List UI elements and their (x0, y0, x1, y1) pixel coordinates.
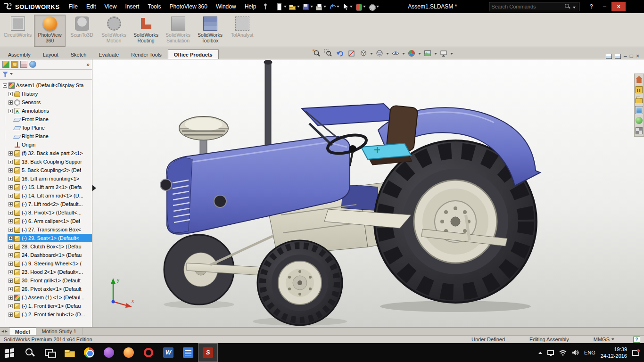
tree-item[interactable]: (-) 2. Front tier hub<1> (D... (8, 310, 92, 319)
ribbon-button[interactable]: PhotoView 360 (34, 15, 66, 47)
doc-tab[interactable]: Motion Study 1 (36, 328, 83, 335)
tree-item[interactable]: Sensors (8, 98, 92, 107)
expand-toggle-icon[interactable] (8, 245, 13, 249)
new-document-icon[interactable] (275, 3, 288, 11)
tree-item[interactable]: Annotations (8, 107, 92, 115)
close-button[interactable]: × (611, 2, 626, 11)
doc-restore-button[interactable]: □ (630, 53, 633, 59)
ribbon-button[interactable]: TolAnalyst (226, 15, 258, 47)
panel-splitter-arrow-icon[interactable] (92, 185, 99, 191)
command-tab[interactable]: Sketch (65, 49, 93, 59)
tree-item[interactable]: 26. Pivot axle<1> (Default (8, 285, 92, 293)
expand-toggle-icon[interactable] (8, 296, 13, 300)
tree-item[interactable]: (-) 14. Lift arm rod<1> (D... (8, 191, 92, 200)
command-search[interactable] (489, 2, 579, 11)
view-settings-caret-icon[interactable] (450, 53, 453, 56)
units-selector[interactable]: MMGS (594, 337, 614, 342)
minimize-button[interactable]: – (598, 2, 611, 11)
menu-item[interactable]: Tools (143, 0, 165, 13)
ribbon-button[interactable]: ScanTo3D (66, 15, 98, 47)
tree-item[interactable]: Front Plane (8, 115, 92, 123)
tree-item[interactable]: (-) Assem (1) <1> (Defaul... (8, 293, 92, 302)
view-settings-icon[interactable] (438, 49, 449, 58)
tree-item[interactable]: (-) 9. Steering Wheel<1> ( (8, 259, 92, 268)
search-icon[interactable] (565, 4, 570, 9)
expand-toggle-icon[interactable] (8, 168, 13, 173)
tree-item[interactable]: Assem1 (Default<Display Sta (2, 81, 92, 90)
filter-icon[interactable] (2, 72, 8, 77)
action-center-icon[interactable] (632, 350, 639, 356)
ribbon-button[interactable]: CircuitWorks (2, 15, 33, 47)
display-style-icon[interactable] (374, 49, 385, 58)
language-indicator[interactable]: ENG (584, 350, 595, 355)
expand-toggle-icon[interactable] (8, 219, 13, 223)
open-icon[interactable] (289, 3, 301, 11)
file-explorer-icon[interactable] (636, 98, 643, 103)
previous-view-icon[interactable] (335, 49, 345, 58)
menu-item[interactable]: File (65, 0, 82, 13)
appearances-icon[interactable] (636, 117, 643, 124)
tree-item[interactable]: 24. Dashboard<1> (Defau (8, 251, 92, 259)
section-view-icon[interactable] (347, 49, 357, 58)
help-button[interactable]: ? (585, 2, 597, 11)
ribbon-button[interactable]: SolidWorks Toolbox (194, 15, 226, 47)
command-tab[interactable]: Render Tools (125, 49, 168, 59)
expand-toggle-icon[interactable] (8, 304, 13, 308)
expand-toggle-icon[interactable] (8, 211, 13, 215)
home-icon[interactable] (636, 76, 643, 83)
tile-window-icon[interactable] (615, 54, 621, 59)
undo-icon[interactable] (328, 3, 341, 11)
hide-show-caret-icon[interactable] (402, 53, 405, 56)
expand-toggle-icon[interactable] (8, 270, 13, 274)
file-explorer[interactable] (59, 343, 79, 362)
search-input[interactable] (491, 4, 563, 9)
tab-scroll-prev-icon[interactable]: ◀ (1, 329, 4, 333)
tree-item[interactable]: Origin (8, 140, 92, 149)
expand-toggle-icon[interactable] (8, 236, 13, 240)
edit-appearance-icon[interactable] (406, 49, 417, 58)
status-help-icon[interactable]: ? (633, 337, 640, 343)
tree-item[interactable]: (-) 1. Front tier<1> (Defau (8, 302, 92, 310)
volume-icon[interactable] (572, 349, 579, 356)
taskbar-clock[interactable]: 19:39 24-12-2016 (601, 346, 627, 360)
tree-item[interactable]: (-) 8. Pivot<1> (Default<... (8, 208, 92, 217)
expand-toggle-icon[interactable] (8, 228, 13, 232)
exhaust-pipe[interactable] (264, 60, 272, 156)
ribbon-button[interactable]: SolidWorks Simulation (162, 15, 194, 47)
doc-tab[interactable]: Model (9, 328, 36, 335)
viewer-blue[interactable] (178, 343, 198, 362)
start[interactable] (0, 343, 20, 362)
tree-item[interactable]: (-) 27. Transmission Box< (8, 225, 92, 234)
search-caret-icon[interactable] (573, 7, 576, 10)
menu-item[interactable]: View (100, 0, 121, 13)
tree-item[interactable]: (-) 7. Lift rod<2> (Default... (8, 200, 92, 208)
tree-item[interactable]: History (8, 90, 92, 98)
display-manager-tab-icon[interactable] (29, 61, 36, 68)
expand-toggle-icon[interactable] (8, 92, 13, 96)
tree-item[interactable]: Top Plane (8, 123, 92, 132)
edit-appearance-caret-icon[interactable] (418, 53, 421, 56)
front-wheel[interactable] (257, 240, 342, 325)
expand-toggle-icon[interactable] (8, 194, 13, 198)
scene-icon[interactable] (636, 127, 643, 134)
options-icon[interactable] (368, 3, 380, 11)
save-icon[interactable] (302, 3, 314, 11)
opera[interactable] (139, 343, 158, 362)
hidden-icons-chevron-icon[interactable] (538, 350, 542, 354)
tree-item[interactable]: 16. Lift arm mounting<1> (8, 174, 92, 183)
tab-scroll-next-icon[interactable]: ▶ (5, 329, 7, 333)
rebuild-icon[interactable] (355, 3, 367, 11)
menu-item[interactable]: Help (240, 0, 261, 13)
zoom-fit-icon[interactable] (311, 49, 322, 58)
network-icon[interactable] (547, 350, 554, 355)
headlight-right[interactable] (214, 195, 226, 207)
new-window-icon[interactable] (606, 54, 612, 59)
doc-close-button[interactable]: × (636, 53, 639, 59)
doc-minimize-button[interactable]: – (624, 53, 627, 59)
expand-toggle-icon[interactable] (8, 100, 13, 105)
expand-toggle-icon[interactable] (8, 177, 13, 181)
expand-toggle-icon[interactable] (8, 313, 13, 317)
filter-caret-icon[interactable] (10, 73, 13, 76)
hide-show-icon[interactable] (390, 49, 401, 58)
tree-item[interactable]: 5. Back Coupling<2> (Def (8, 166, 92, 174)
